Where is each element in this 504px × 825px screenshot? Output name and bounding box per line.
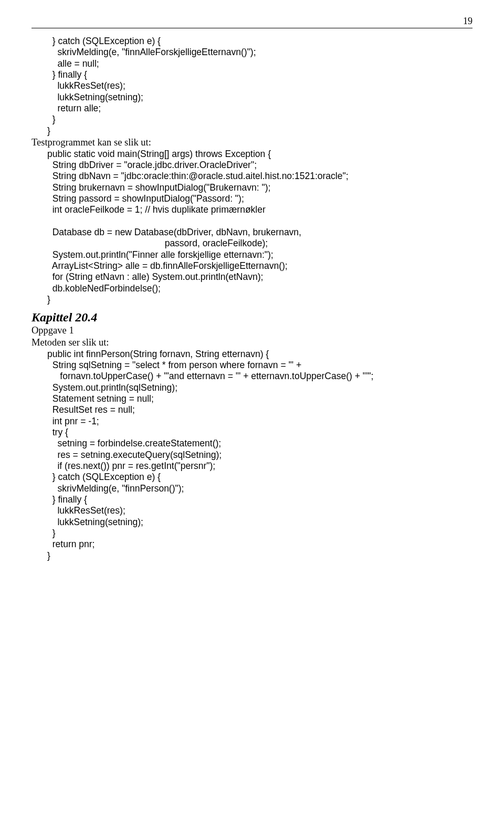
page-number: 19 [32,16,472,27]
page: 19 } catch (SQLException e) { skrivMeldi… [0,0,504,582]
code-block-3: public int finnPerson(String fornavn, St… [32,349,472,562]
chapter-heading: Kapittel 20.4 [32,310,472,325]
prose-testprogram: Testprogrammet kan se slik ut: [32,137,472,149]
code-block-1: } catch (SQLException e) { skrivMelding(… [32,36,472,137]
oppgave-heading: Oppgave 1 [32,325,472,337]
prose-metoden: Metoden ser slik ut: [32,337,472,349]
horizontal-rule [32,28,472,28]
code-block-2: public static void main(String[] args) t… [32,149,472,306]
